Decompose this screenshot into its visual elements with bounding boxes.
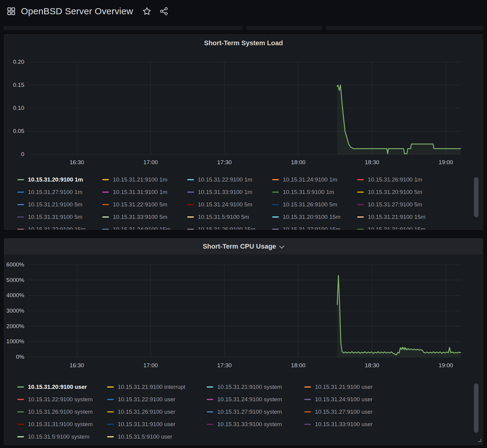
series-color-swatch [272,204,279,205]
panel-system-load: Short-Term System Load 0.200.150.100.050… [4,34,483,230]
legend-item[interactable]: 10.15.31.5:9100 user [107,433,207,440]
legend-item-label: 10.15.31.31:9100 5m [28,214,83,220]
legend-item-label: 10.15.31.22:9100 5m [113,201,167,208]
legend-item-label: 10.15.31.33:9100 user [315,421,373,428]
legend-item[interactable]: 10.15.31.5:9100 5m [187,214,272,220]
series-color-swatch [17,424,24,425]
legend-item[interactable]: 10.15.31.21:9100 15m [357,214,442,220]
series-color-swatch [187,204,194,205]
legend-item[interactable]: 10.15.31.20:9100 user [17,384,107,390]
series-color-swatch [187,192,194,193]
y-axis-tick-label: 0.20 [4,59,24,65]
legend-item-label: 10.15.31.26:9100 1m [368,176,422,183]
partial-panel-above [247,26,322,30]
series-color-swatch [107,399,114,400]
legend-item[interactable]: 10.15.31.27:9100 15m [272,226,357,230]
legend-item-label: 10.15.31.24:9100 5m [198,201,252,208]
series-color-swatch [304,386,311,388]
series-color-swatch [304,411,311,412]
legend-item[interactable]: 10.15.31.21:9100 1m [102,176,187,183]
series-color-swatch [207,399,213,400]
legend-item[interactable]: 10.15.31.24:9100 5m [187,201,272,208]
dashboard-grid-icon[interactable] [7,7,16,16]
legend-item-label: 10.15.31.20:9100 1m [28,176,83,183]
legend-item[interactable]: 10.15.31.5:9100 system [17,433,107,440]
legend-item[interactable]: 10.15.31.33:9100 system [207,421,304,428]
legend-item[interactable]: 10.15.31.31:9100 user [107,421,207,428]
y-axis-tick-label: 0.10 [4,105,24,111]
series-color-swatch [17,192,24,193]
legend-item[interactable]: 10.15.31.24:9100 1m [272,176,357,183]
legend-item-label: 10.15.31.20:9100 15m [283,214,340,220]
x-axis-tick-label: 16:30 [69,159,84,166]
legend-item[interactable]: 10.15.31.33:9100 1m [187,189,272,195]
legend-item-label: 10.15.31.21:9100 5m [28,201,83,208]
series-color-swatch [357,192,364,193]
series-color-swatch [17,436,24,437]
panel-resize-handle[interactable] [478,438,481,443]
series-color-swatch [272,192,279,193]
panel-title-cpu-usage[interactable]: Short-Term CPU Usage [4,239,483,254]
legend-item-label: 10.15.31.22:9100 system [28,396,93,403]
legend-item[interactable]: 10.15.31.31:9100 system [17,421,107,428]
star-icon[interactable] [142,7,151,16]
legend-item[interactable]: 10.15.31.5:9100 1m [272,189,357,195]
partial-panel-above [4,26,242,30]
panel-title-system-load[interactable]: Short-Term System Load [4,35,483,52]
x-axis-tick-label: 18:00 [291,362,306,369]
dashboard-title[interactable]: OpenBSD Server Overview [21,6,133,16]
panel-title-text: Short-Term System Load [204,39,283,47]
legend-item[interactable]: 10.15.31.33:9100 user [304,421,471,428]
time-series-plot[interactable] [28,62,461,154]
legend-item[interactable]: 10.15.31.27:9100 user [304,409,471,415]
legend-item[interactable]: 10.15.31.31:9100 1m [102,189,187,195]
legend-item[interactable]: 10.15.31.26:9100 user [107,409,207,415]
legend-item[interactable]: 10.15.31.26:9100 5m [272,201,357,208]
x-axis-tick-label: 18:30 [365,159,379,166]
legend-item[interactable]: 10.15.31.20:9100 5m [357,189,442,195]
legend-item[interactable]: 10.15.31.20:9100 15m [272,214,357,220]
series-color-swatch [102,204,109,205]
legend-item[interactable]: 10.15.31.22:9100 15m [17,226,102,230]
legend-scrollbar[interactable] [474,177,479,217]
y-axis-tick-label: 2000% [4,323,24,330]
legend-item[interactable]: 10.15.31.26:9100 1m [357,176,442,183]
series-color-swatch [17,179,24,180]
x-axis-tick-label: 19:00 [439,159,453,166]
legend-item[interactable]: 10.15.31.24:9100 system [207,396,304,403]
series-color-swatch [357,204,364,205]
series-color-swatch [107,386,114,388]
legend-item[interactable]: 10.15.31.21:9100 system [207,384,304,390]
legend-item[interactable]: 10.15.31.24:9100 user [304,396,471,403]
y-axis-tick-label: 3000% [4,307,24,314]
series-color-swatch [17,386,24,388]
legend-item[interactable]: 10.15.31.20:9100 1m [17,176,102,183]
legend-item-label: 10.15.31.21:9100 interrupt [118,384,185,390]
legend-item[interactable]: 10.15.31.24:9100 15m [102,226,187,230]
legend-item[interactable]: 10.15.31.27:9100 5m [357,201,442,208]
legend-item[interactable]: 10.15.31.22:9100 5m [102,201,187,208]
legend-item[interactable]: 10.15.31.22:9100 1m [187,176,272,183]
legend-item[interactable]: 10.15.31.26:9100 system [17,409,107,415]
legend-item[interactable]: 10.15.31.33:9100 5m [102,214,187,220]
legend-item-label: 10.15.31.20:9100 user [28,384,87,390]
share-icon[interactable] [159,7,168,16]
legend-item-label: 10.15.31.27:9100 5m [368,201,422,208]
legend-item[interactable]: 10.15.31.22:9100 user [107,396,207,403]
legend-item[interactable]: 10.15.31.21:9100 user [304,384,471,390]
y-axis-tick-label: 1000% [4,338,24,345]
legend-item[interactable]: 10.15.31.31:9100 5m [17,214,102,220]
series-color-swatch [272,229,279,230]
time-series-plot[interactable] [28,265,461,357]
legend-item[interactable]: 10.15.31.26:9100 15m [187,226,272,230]
legend-item[interactable]: 10.15.31.27:9100 system [207,409,304,415]
partial-panel-above [326,26,483,30]
legend-item[interactable]: 10.15.31.27:9100 1m [17,189,102,195]
legend-item[interactable]: 10.15.31.31:9100 15m [357,226,442,230]
legend-item[interactable]: 10.15.31.22:9100 system [17,396,107,403]
legend-scrollbar[interactable] [474,383,479,433]
series-color-swatch [357,229,364,230]
legend-item-label: 10.15.31.21:9100 15m [368,214,425,220]
legend-item[interactable]: 10.15.31.21:9100 interrupt [107,384,207,390]
legend-item[interactable]: 10.15.31.21:9100 5m [17,201,102,208]
